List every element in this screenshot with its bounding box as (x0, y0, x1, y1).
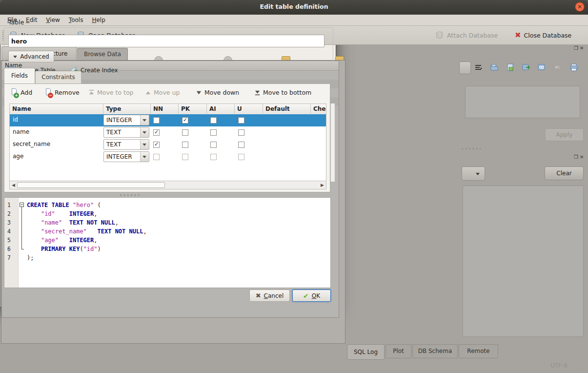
column-header-default[interactable]: Default (263, 104, 310, 114)
close-database-button[interactable]: ✖ Close Database (515, 29, 571, 41)
field-row-id[interactable]: idINTEGER (10, 114, 326, 126)
dialog-resize-grip[interactable]: ⋰ (327, 299, 332, 304)
u-checkbox[interactable] (238, 154, 244, 160)
sql-log-area[interactable] (463, 186, 584, 337)
sql-preview-editor[interactable]: 1234567 CREATE TABLE "hero" ( "id" INTEG… (4, 197, 331, 288)
tab-remote-label: Remote (467, 348, 489, 354)
import-cell-icon[interactable] (490, 63, 499, 72)
open-in-external-icon[interactable] (537, 63, 546, 72)
nn-checkbox[interactable] (153, 117, 160, 124)
dialog-title: Edit table definition (0, 0, 588, 14)
column-header-ai[interactable]: AI (206, 104, 234, 114)
table-name-input[interactable] (8, 35, 324, 47)
nn-checkbox[interactable] (153, 142, 160, 148)
cell-editor-area[interactable] (465, 86, 580, 118)
field-type-combobox[interactable]: INTEGER (103, 115, 149, 125)
dialog-titlebar[interactable]: Edit table definition ✕ (0, 0, 588, 14)
line-number: 3 (4, 218, 18, 227)
remove-field-button[interactable]: − Remove (44, 86, 80, 98)
field-row-secret_name[interactable]: secret_nameTEXT (10, 139, 326, 151)
log-filter-combobox[interactable] (462, 166, 485, 181)
tab-db-schema[interactable]: DB Schema (412, 344, 458, 358)
pk-checkbox[interactable] (182, 129, 188, 136)
vertical-scrollbar[interactable] (330, 104, 335, 182)
ai-checkbox[interactable] (210, 117, 217, 124)
dock-float-close-icons[interactable]: ❐✕ (574, 45, 587, 51)
column-header-pk[interactable]: PK (178, 104, 206, 114)
tab-remote[interactable]: Remote (459, 344, 498, 358)
field-type-combobox[interactable]: INTEGER (103, 151, 149, 162)
fields-grid: Name Type NN PK AI U Default Check idINT… (9, 104, 326, 189)
print-icon[interactable] (569, 63, 578, 72)
menu-help[interactable]: Help (87, 16, 109, 24)
tab-sql-log[interactable]: SQL Log (347, 344, 385, 360)
scrollbar-thumb[interactable] (17, 182, 165, 188)
advanced-toggle-button[interactable]: Advanced (8, 51, 54, 62)
field-name-cell[interactable]: name (13, 128, 29, 135)
tab-plot[interactable]: Plot (385, 344, 411, 358)
ok-label: OK (312, 292, 320, 299)
field-name-cell[interactable]: id (13, 116, 18, 123)
field-type-value: INTEGER (106, 117, 132, 124)
move-bottom-icon (254, 89, 261, 96)
line-number: 2 (4, 209, 18, 218)
export-cell-icon[interactable] (506, 63, 515, 72)
fields-grid-body: idINTEGERnameTEXTsecret_nameTEXTageINTEG… (10, 114, 326, 172)
column-header-name[interactable]: Name (10, 104, 103, 114)
collapse-icon[interactable] (20, 203, 24, 207)
menu-tools[interactable]: Tools (64, 16, 88, 24)
attach-database-button: Attach Database (436, 29, 498, 41)
pk-checkbox[interactable] (182, 117, 188, 124)
u-checkbox[interactable] (238, 142, 244, 148)
cell-editor-mode-combobox[interactable] (459, 62, 471, 74)
fold-marker-start[interactable] (19, 201, 26, 209)
u-checkbox[interactable] (238, 129, 244, 136)
field-type-value: TEXT (106, 129, 121, 136)
field-type-combobox[interactable]: TEXT (103, 139, 149, 150)
nn-checkbox[interactable] (153, 129, 160, 136)
scroll-right-icon[interactable]: ▶ (319, 182, 325, 188)
clear-log-button[interactable]: Clear (545, 166, 584, 180)
field-row-name[interactable]: nameTEXT (10, 126, 326, 139)
pk-checkbox[interactable] (182, 154, 188, 160)
add-field-button[interactable]: + Add (10, 86, 32, 98)
tab-fields-label: Fields (11, 72, 28, 79)
menu-edit[interactable]: Edit (21, 16, 41, 24)
window-resize-grip[interactable]: ⋰ (581, 365, 586, 371)
fields-grid-header: Name Type NN PK AI U Default Check (10, 104, 326, 115)
scroll-left-icon[interactable]: ◀ (10, 182, 17, 188)
set-as-null-icon[interactable] (522, 63, 530, 72)
field-name-cell[interactable]: age (13, 153, 23, 160)
column-header-nn[interactable]: NN (150, 104, 178, 114)
field-name-cell[interactable]: secret_name (13, 141, 50, 147)
line-number-gutter: 1234567 (4, 198, 19, 288)
ai-checkbox[interactable] (210, 154, 217, 160)
pk-checkbox[interactable] (182, 142, 188, 148)
cancel-button[interactable]: ✖ Cancel (249, 290, 290, 302)
horizontal-scrollbar[interactable]: ◀ ▶ (10, 181, 326, 189)
field-type-combobox[interactable]: TEXT (103, 127, 149, 138)
column-header-check[interactable]: Check (310, 104, 326, 114)
nn-checkbox[interactable] (153, 154, 160, 160)
move-to-bottom-button[interactable]: Move to bottom (254, 86, 311, 98)
ai-checkbox[interactable] (210, 129, 217, 136)
close-database-label: Close Database (524, 32, 572, 39)
tab-fields[interactable]: Fields (4, 68, 35, 84)
dock-float-close-icons[interactable]: ❐✕ (574, 154, 587, 160)
code-fold-gutter[interactable] (19, 198, 26, 288)
dock-splitter-handle[interactable]: •••••• (461, 146, 483, 151)
column-header-u[interactable]: U (234, 104, 263, 114)
field-row-age[interactable]: ageINTEGER (10, 151, 326, 163)
column-header-type[interactable]: Type (103, 104, 150, 114)
ok-button[interactable]: ✔ OK (292, 290, 331, 302)
menu-view[interactable]: View (41, 16, 64, 24)
line-number: 7 (4, 253, 18, 262)
dialog-close-button[interactable]: ✕ (575, 2, 585, 12)
ai-checkbox[interactable] (210, 142, 217, 148)
move-down-button[interactable]: Move down (196, 86, 239, 98)
word-wrap-icon[interactable] (474, 63, 483, 72)
u-checkbox[interactable] (238, 117, 244, 124)
move-top-icon (88, 89, 95, 96)
apply-label: Apply (556, 131, 573, 138)
tab-constraints[interactable]: Constraints (35, 71, 81, 84)
